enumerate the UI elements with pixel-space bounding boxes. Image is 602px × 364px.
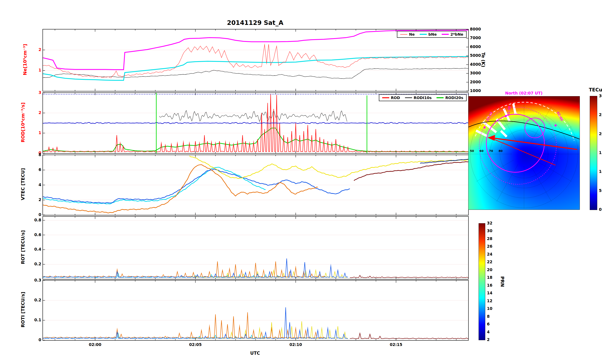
legend-line-sample: [400, 34, 407, 35]
rod-chart-canvas: [43, 93, 468, 153]
legend-line-sample: [405, 97, 412, 98]
tick-label: 02:05: [185, 342, 206, 347]
tick-label: 0: [30, 212, 41, 217]
tick-label: 2: [30, 47, 41, 52]
tick-label: 0.8: [30, 218, 41, 222]
tick-label: 30: [599, 94, 602, 98]
legend-item: Ne: [400, 32, 415, 36]
tick-label: 5: [599, 188, 602, 193]
tick-label: 6: [30, 167, 41, 172]
y-axis-label-rot: ROT [TECU/s]: [20, 216, 25, 278]
tick-label: 0.4: [30, 247, 41, 251]
panel-roti: 00.10.20.302:0002:0502:1002:15: [43, 280, 469, 341]
panel-rod: 0123RODRODI10sRODI20s: [43, 92, 469, 154]
legend-label: bNe: [429, 32, 437, 36]
ne-te-chart-canvas: [43, 29, 468, 91]
tick-label: 0: [30, 337, 41, 342]
tick-label: 7000: [470, 35, 484, 40]
tick-label: 20: [599, 131, 602, 136]
legend-line-sample: [420, 34, 427, 35]
tick-label: 0.3: [30, 278, 41, 282]
legend-line-sample: [437, 97, 444, 98]
tecu-colorbar: 302520151050: [590, 96, 597, 210]
y-axis-label-vtec: VTEC [TECU]: [20, 153, 25, 215]
y-axis-label-roti: ROTI [TECU/s]: [20, 278, 25, 341]
map-latitude-label: 70: [489, 149, 493, 153]
tick-label: 2000: [470, 80, 484, 84]
prn-colorbar-label: PRN: [500, 251, 505, 313]
tick-label: 12: [487, 299, 499, 303]
tick-label: 02:10: [285, 342, 306, 347]
map-latitude-label: 60: [479, 149, 483, 153]
legend-item: 2*bNe: [442, 32, 463, 36]
tick-label: 20: [487, 268, 499, 272]
legend: RODRODI10sRODI20s: [379, 94, 467, 101]
tick-label: 2: [487, 337, 499, 342]
tick-label: 1: [30, 130, 41, 135]
tick-label: 10: [599, 169, 602, 174]
tick-label: 0: [599, 207, 602, 212]
tick-label: 32: [487, 221, 499, 225]
tick-label: 8: [487, 314, 499, 319]
legend-label: 2*bNe: [451, 32, 463, 36]
legend-line-sample: [442, 34, 449, 35]
vtec-chart-canvas: [43, 155, 468, 215]
figure: 20141129 Sat_A Ne[10⁵cm⁻³] ROD[10⁴cm⁻³/s…: [0, 0, 602, 364]
legend-line-sample: [382, 97, 389, 98]
tick-label: 0.1: [30, 318, 41, 322]
tick-label: 6000: [470, 44, 484, 49]
panel-vtec: 02468: [43, 155, 469, 215]
polar-tec-map: North (02:07 UT) 02:1502:1002:0050607080: [468, 96, 579, 209]
tick-label: 2: [30, 110, 41, 115]
tecu-colorbar-gradient: [590, 96, 597, 210]
tick-label: 1: [30, 68, 41, 72]
tick-label: 2: [30, 197, 41, 202]
x-axis-label: UTC: [245, 351, 265, 356]
tick-label: 3: [30, 90, 41, 95]
panel-rot: 0.20.40.60.8: [43, 216, 469, 279]
map-north-label: North (02:07 UT): [468, 91, 579, 95]
tick-label: 28: [487, 236, 499, 241]
tick-label: 3000: [470, 71, 484, 75]
tick-label: 30: [487, 228, 499, 233]
prn-colorbar: 3230282624222018161412108642: [479, 223, 485, 340]
tick-label: 18: [487, 275, 499, 280]
map-latitude-label: 80: [498, 149, 503, 153]
polar-tec-map-canvas: [468, 96, 580, 210]
tick-label: 24: [487, 252, 499, 257]
tick-label: 15: [599, 150, 602, 155]
tick-label: 02:15: [386, 342, 407, 347]
legend-label: ROD: [391, 96, 400, 100]
legend-item: RODI10s: [405, 96, 432, 100]
tick-label: 5000: [470, 53, 484, 58]
tick-label: 4: [30, 182, 41, 187]
tick-label: 0.6: [30, 232, 41, 237]
legend-item: ROD: [382, 96, 400, 100]
tick-label: 16: [487, 283, 499, 288]
tick-label: 8000: [470, 27, 484, 31]
rot-chart-canvas: [43, 217, 468, 279]
tick-label: 26: [487, 244, 499, 248]
legend-label: RODI10s: [414, 96, 432, 100]
tick-label: 4: [487, 330, 499, 334]
tecu-colorbar-title: TECu: [583, 87, 602, 92]
panel-ne-te: 1280007000600050004000300020001000NebNe2…: [43, 29, 469, 91]
tick-label: 0.2: [30, 262, 41, 266]
tick-label: 02:00: [85, 342, 106, 347]
tick-label: 14: [487, 291, 499, 295]
roti-chart-canvas: [43, 280, 468, 340]
tick-label: 4000: [470, 62, 484, 66]
y-axis-label-ne: Ne[10⁵cm⁻³]: [22, 29, 28, 91]
tick-label: 25: [599, 112, 602, 117]
tick-label: 10: [487, 306, 499, 311]
tick-label: 22: [487, 259, 499, 264]
legend-item: RODI20s: [437, 96, 463, 100]
legend: NebNe2*bNe: [397, 31, 467, 38]
tick-label: 6: [487, 322, 499, 326]
y-axis-label-rod: ROD[10⁴cm⁻³/s]: [20, 91, 25, 154]
legend-label: Ne: [409, 32, 415, 36]
tick-label: 8: [30, 152, 41, 157]
legend-item: bNe: [420, 32, 437, 36]
figure-title: 20141129 Sat_A: [43, 19, 468, 26]
map-latitude-label: 50: [470, 149, 474, 153]
